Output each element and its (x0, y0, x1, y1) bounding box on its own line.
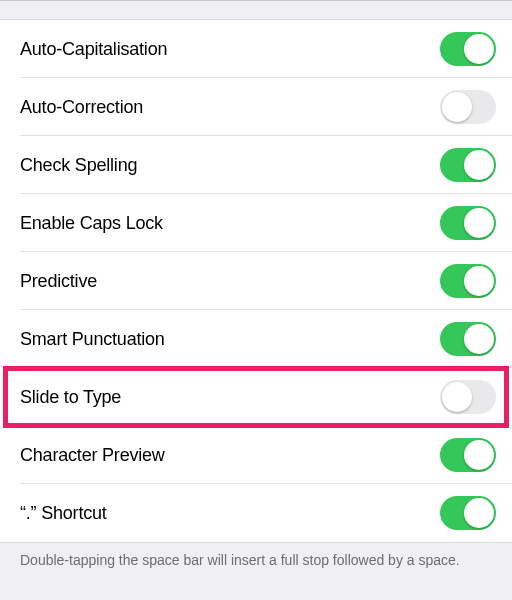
setting-row-character-preview: Character Preview (0, 426, 512, 484)
setting-label-enable-caps-lock: Enable Caps Lock (20, 213, 163, 234)
toggle-knob (442, 382, 472, 412)
setting-label-period-shortcut: “.” Shortcut (20, 503, 107, 524)
setting-row-check-spelling: Check Spelling (0, 136, 512, 194)
toggle-knob (464, 266, 494, 296)
setting-label-auto-correction: Auto-Correction (20, 97, 143, 118)
toggle-character-preview[interactable] (440, 438, 496, 472)
setting-label-check-spelling: Check Spelling (20, 155, 137, 176)
toggle-period-shortcut[interactable] (440, 496, 496, 530)
setting-label-slide-to-type: Slide to Type (20, 387, 121, 408)
toggle-knob (464, 324, 494, 354)
setting-label-auto-capitalisation: Auto-Capitalisation (20, 39, 167, 60)
top-divider (0, 0, 512, 1)
setting-label-predictive: Predictive (20, 271, 97, 292)
toggle-knob (464, 34, 494, 64)
toggle-knob (442, 92, 472, 122)
toggle-smart-punctuation[interactable] (440, 322, 496, 356)
toggle-knob (464, 498, 494, 528)
footer-description: Double-tapping the space bar will insert… (0, 543, 512, 584)
toggle-knob (464, 150, 494, 180)
toggle-auto-capitalisation[interactable] (440, 32, 496, 66)
setting-row-enable-caps-lock: Enable Caps Lock (0, 194, 512, 252)
setting-row-predictive: Predictive (0, 252, 512, 310)
setting-label-character-preview: Character Preview (20, 445, 165, 466)
setting-label-smart-punctuation: Smart Punctuation (20, 329, 165, 350)
setting-row-auto-capitalisation: Auto-Capitalisation (0, 20, 512, 78)
toggle-enable-caps-lock[interactable] (440, 206, 496, 240)
toggle-knob (464, 208, 494, 238)
setting-row-period-shortcut: “.” Shortcut (0, 484, 512, 542)
setting-row-smart-punctuation: Smart Punctuation (0, 310, 512, 368)
toggle-slide-to-type[interactable] (440, 380, 496, 414)
toggle-auto-correction[interactable] (440, 90, 496, 124)
setting-row-auto-correction: Auto-Correction (0, 78, 512, 136)
toggle-predictive[interactable] (440, 264, 496, 298)
toggle-check-spelling[interactable] (440, 148, 496, 182)
toggle-knob (464, 440, 494, 470)
keyboard-settings-section: Auto-CapitalisationAuto-CorrectionCheck … (0, 19, 512, 543)
setting-row-slide-to-type: Slide to Type (0, 368, 512, 426)
